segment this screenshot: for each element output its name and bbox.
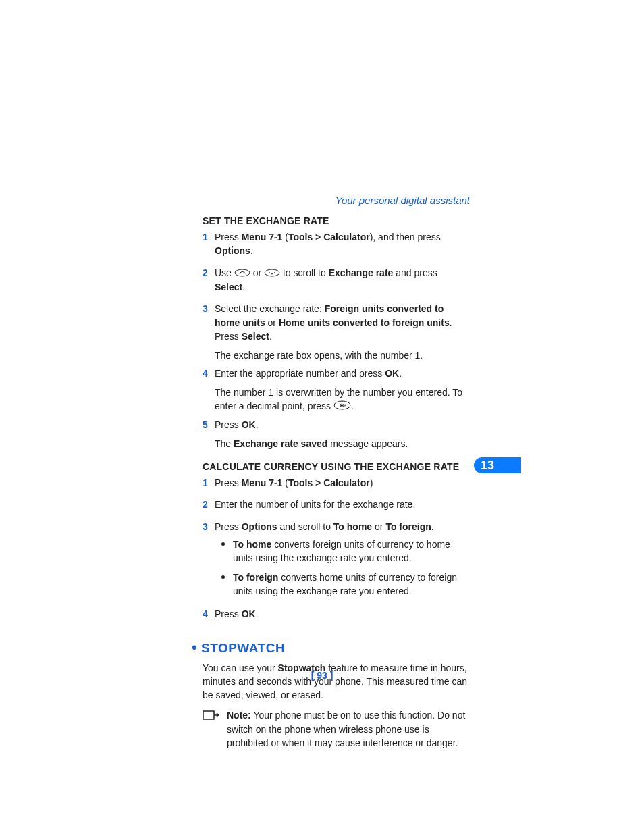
step-number: 4	[203, 607, 215, 621]
svg-rect-5	[203, 711, 214, 719]
page-number: [ 93 ]	[0, 670, 644, 681]
step-body: Press OK. The Exchange rate saved messag…	[215, 418, 470, 451]
step-body: Use or to scroll to Exchange rate and pr…	[215, 266, 470, 298]
step-body: Enter the number of units for the exchan…	[215, 498, 470, 515]
bullet-list: To home converts foreign units of curren…	[215, 538, 470, 598]
step-number: 5	[203, 418, 215, 432]
section-heading-stopwatch: • STOPWATCH	[192, 640, 470, 656]
section-heading-calculate: CALCULATE CURRENCY USING THE EXCHANGE RA…	[203, 461, 470, 472]
chapter-tab: 13	[474, 457, 521, 473]
step-number: 1	[203, 476, 215, 490]
step-4: 4 Enter the appropriate number and press…	[203, 367, 470, 414]
step-3: 3 Press Options and scroll to To home or…	[203, 520, 470, 603]
step-number: 2	[203, 266, 215, 280]
step-number: 2	[203, 498, 215, 511]
step-body: Enter the appropriate number and press O…	[215, 367, 470, 414]
bullet-dot-icon	[221, 575, 225, 579]
step-1: 1 Press Menu 7-1 (Tools > Calculator), a…	[203, 230, 470, 262]
running-header: Your personal digital assistant	[203, 194, 470, 206]
step-number: 3	[203, 520, 215, 533]
svg-point-0	[235, 269, 250, 276]
step-2: 2 Use or to scroll to Exchange rate and …	[203, 266, 470, 298]
step-number: 1	[203, 230, 215, 244]
step-3: 3 Select the exchange rate: Foreign unit…	[203, 302, 470, 362]
note-block: Note: Your phone must be on to use this …	[203, 708, 470, 750]
step-4: 4 Press OK.	[203, 607, 470, 625]
step-5: 5 Press OK. The Exchange rate saved mess…	[203, 418, 470, 451]
steps-calculate: 1 Press Menu 7-1 (Tools > Calculator) 2 …	[203, 476, 470, 625]
note-arrow-icon	[203, 710, 221, 725]
page: Your personal digital assistant SET THE …	[0, 0, 644, 834]
bullet-icon: •	[192, 639, 197, 656]
bullet-dot-icon	[221, 542, 225, 546]
step-body: Press OK.	[215, 607, 470, 625]
scroll-down-icon	[264, 267, 280, 280]
steps-exchange: 1 Press Menu 7-1 (Tools > Calculator), a…	[203, 230, 470, 450]
bullet-to-home: To home converts foreign units of curren…	[215, 538, 470, 565]
step-body: Press Options and scroll to To home or T…	[215, 520, 470, 603]
step-1: 1 Press Menu 7-1 (Tools > Calculator)	[203, 476, 470, 494]
step-body: Press Menu 7-1 (Tools > Calculator)	[215, 476, 470, 494]
section-heading-exchange: SET THE EXCHANGE RATE	[203, 215, 470, 226]
step-number: 3	[203, 302, 215, 315]
bullet-to-foreign: To foreign converts home units of curren…	[215, 571, 470, 598]
content-area: Your personal digital assistant SET THE …	[203, 194, 470, 750]
scroll-up-icon	[234, 267, 250, 280]
svg-text:+: +	[344, 403, 346, 408]
svg-point-1	[265, 269, 279, 276]
step-2: 2 Enter the number of units for the exch…	[203, 498, 470, 515]
step-body: Select the exchange rate: Foreign units …	[215, 302, 470, 362]
step-number: 4	[203, 367, 215, 380]
step-body: Press Menu 7-1 (Tools > Calculator), and…	[215, 230, 470, 262]
star-key-icon: ✱+	[333, 400, 351, 413]
stopwatch-intro: You can use your Stopwatch feature to me…	[203, 661, 470, 702]
note-text: Note: Your phone must be on to use this …	[227, 708, 470, 750]
